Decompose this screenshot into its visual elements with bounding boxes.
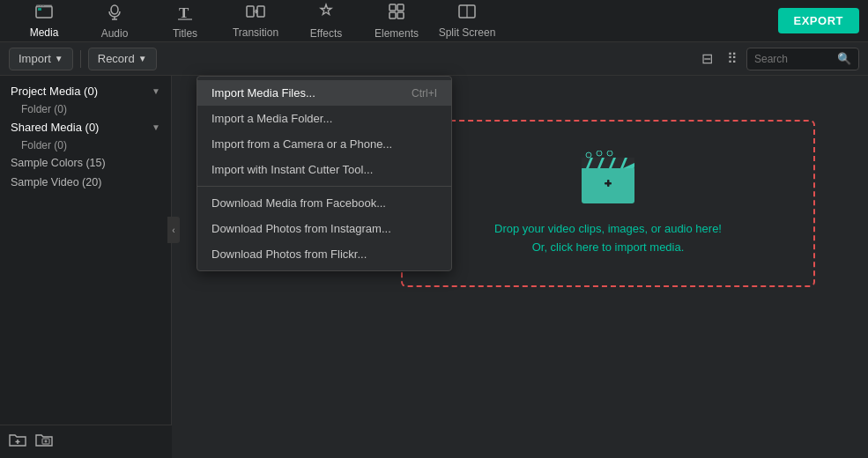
svg-rect-2	[38, 8, 41, 11]
nav-split-label: Split Screen	[439, 26, 496, 39]
nav-audio[interactable]: Audio	[79, 0, 150, 42]
content-area: Import Media Files... Ctrl+I Import a Me…	[172, 76, 868, 458]
nav-elements-label: Elements	[375, 27, 419, 40]
new-folder-icon[interactable]	[35, 432, 53, 452]
toolbar-divider-1	[80, 50, 81, 68]
sidebar-sample-colors[interactable]: Sample Colors (15)	[0, 153, 171, 173]
search-input[interactable]	[754, 53, 834, 65]
menu-download-facebook[interactable]: Download Media from Facebook...	[197, 190, 451, 216]
sample-video-label: Sample Video (20)	[11, 176, 101, 188]
clapperboard-icon	[577, 151, 639, 208]
import-label: Import	[19, 52, 51, 65]
split-screen-icon	[458, 4, 476, 24]
filter-icon[interactable]: ⊟	[696, 48, 718, 69]
nav-media[interactable]: Media	[9, 0, 79, 42]
nav-effects[interactable]: Effects	[291, 0, 361, 42]
svg-rect-9	[257, 6, 264, 17]
import-chevron-icon: ▼	[55, 54, 63, 63]
menu-import-camera[interactable]: Import from a Camera or a Phone...	[197, 131, 451, 157]
svg-rect-10	[389, 4, 396, 11]
svg-rect-12	[389, 12, 396, 18]
download-flickr-label: Download Photos from Flickr...	[211, 247, 367, 261]
record-button[interactable]: Record ▼	[88, 48, 157, 70]
import-files-shortcut: Ctrl+I	[412, 87, 437, 100]
shared-media-chevron: ▼	[152, 122, 160, 132]
collapse-handle[interactable]: ‹	[167, 217, 180, 243]
import-cutter-label: Import with Instant Cutter Tool...	[211, 163, 373, 176]
svg-point-25	[586, 152, 591, 158]
media-icon	[35, 4, 53, 24]
download-facebook-label: Download Media from Facebook...	[211, 196, 386, 210]
import-dropdown-menu: Import Media Files... Ctrl+I Import a Me…	[197, 76, 452, 271]
elements-icon	[388, 3, 405, 25]
nav-titles[interactable]: T Titles	[150, 0, 220, 42]
sidebar: Project Media (0) ▼ Folder (0) Shared Me…	[0, 76, 172, 458]
nav-audio-label: Audio	[101, 27, 129, 40]
svg-point-3	[111, 5, 118, 14]
nav-transition[interactable]: Transition	[220, 0, 291, 42]
transition-icon	[246, 4, 265, 24]
search-icon: 🔍	[837, 52, 851, 65]
search-box: 🔍	[746, 48, 859, 70]
toolbar-row: Import ▼ Record ▼ ⊟ ⠿ 🔍	[0, 42, 868, 76]
titles-icon: T	[177, 3, 193, 25]
svg-point-26	[597, 151, 602, 156]
sidebar-sample-video[interactable]: Sample Video (20)	[0, 173, 171, 192]
effects-icon	[317, 3, 335, 25]
drop-zone[interactable]: Drop your video clips, images, or audio …	[401, 120, 815, 287]
import-button[interactable]: Import ▼	[9, 48, 73, 70]
menu-separator	[197, 186, 451, 187]
svg-point-27	[607, 151, 612, 156]
record-label: Record	[98, 52, 135, 65]
svg-rect-24	[607, 180, 610, 187]
bottom-toolbar	[0, 425, 172, 458]
svg-text:T: T	[179, 4, 189, 20]
menu-import-files[interactable]: Import Media Files... Ctrl+I	[197, 80, 451, 106]
sidebar-shared-folder[interactable]: Folder (0)	[0, 137, 171, 153]
svg-rect-8	[247, 6, 254, 17]
sidebar-project-folder[interactable]: Folder (0)	[0, 101, 171, 117]
drop-zone-text: Drop your video clips, images, or audio …	[494, 220, 722, 257]
main-layout: Project Media (0) ▼ Folder (0) Shared Me…	[0, 76, 868, 458]
import-camera-label: Import from a Camera or a Phone...	[211, 137, 392, 151]
svg-rect-11	[397, 4, 404, 11]
top-nav: Media Audio T Titles	[0, 0, 868, 42]
nav-effects-label: Effects	[310, 27, 342, 40]
shared-folder-label: Folder (0)	[21, 139, 67, 151]
download-instagram-label: Download Photos from Instagram...	[211, 222, 391, 235]
record-chevron-icon: ▼	[138, 54, 147, 63]
nav-elements[interactable]: Elements	[361, 0, 432, 42]
nav-transition-label: Transition	[233, 26, 278, 39]
project-media-chevron: ▼	[152, 86, 160, 96]
menu-import-folder[interactable]: Import a Media Folder...	[197, 106, 451, 131]
project-folder-label: Folder (0)	[21, 103, 67, 115]
drop-zone-line2: Or, click here to import media.	[494, 239, 722, 257]
add-folder-icon[interactable]	[9, 432, 26, 452]
sample-colors-label: Sample Colors (15)	[11, 157, 106, 169]
nav-media-label: Media	[30, 26, 59, 39]
svg-rect-13	[397, 12, 404, 18]
import-files-label: Import Media Files...	[211, 86, 315, 100]
menu-download-instagram[interactable]: Download Photos from Instagram...	[197, 216, 451, 241]
menu-import-cutter[interactable]: Import with Instant Cutter Tool...	[197, 157, 451, 182]
import-folder-label: Import a Media Folder...	[211, 112, 332, 125]
audio-icon	[107, 3, 122, 25]
sidebar-shared-media[interactable]: Shared Media (0) ▼	[0, 117, 171, 137]
project-media-label: Project Media (0)	[11, 85, 98, 98]
nav-split-screen[interactable]: Split Screen	[432, 0, 502, 42]
grid-icon[interactable]: ⠿	[722, 48, 743, 69]
sidebar-project-media[interactable]: Project Media (0) ▼	[0, 81, 171, 101]
drop-zone-line1: Drop your video clips, images, or audio …	[494, 220, 722, 239]
shared-media-label: Shared Media (0)	[11, 121, 99, 134]
export-button[interactable]: EXPORT	[778, 8, 859, 33]
nav-titles-label: Titles	[173, 27, 197, 40]
menu-download-flickr[interactable]: Download Photos from Flickr...	[197, 241, 451, 267]
